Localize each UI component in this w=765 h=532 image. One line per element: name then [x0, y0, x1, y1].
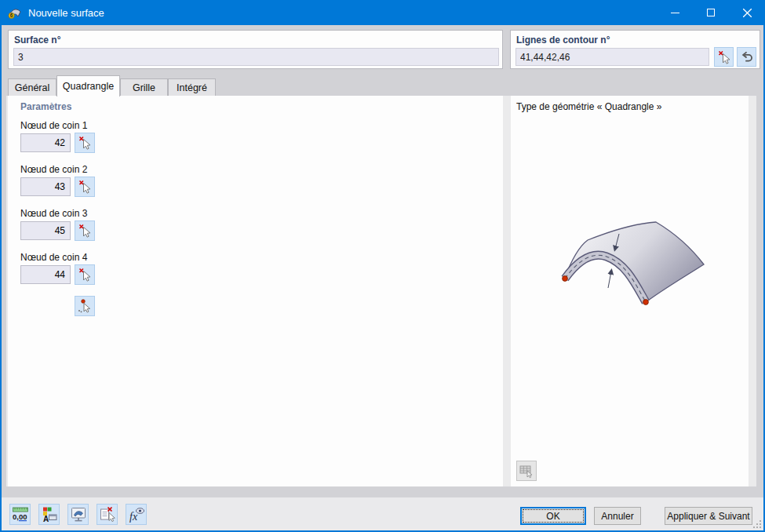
geometry-type-title: Type de géométrie « Quadrangle » — [516, 101, 661, 112]
pick-cursor-icon — [78, 268, 92, 282]
pick-corner-node-3-button[interactable] — [75, 220, 95, 241]
tab-grille[interactable]: Grille — [120, 78, 168, 96]
svg-text:6: 6 — [10, 13, 13, 18]
svg-text:A: A — [43, 515, 49, 523]
pick-cursor-icon — [78, 224, 92, 238]
contour-lines-input[interactable] — [515, 48, 709, 66]
geometry-preview-panel: Type de géométrie « Quadrangle » — [511, 96, 749, 486]
corner-node-marker — [563, 276, 568, 282]
tab-quadrangle[interactable]: Quadrangle — [56, 75, 120, 97]
view-options-button[interactable] — [67, 504, 89, 525]
quadrangle-surface-illustration — [552, 210, 709, 312]
function-icon: fx — [128, 506, 145, 523]
maximize-icon — [707, 9, 715, 16]
minimize-button[interactable] — [657, 0, 693, 25]
footer-bar: 0,00 A — [2, 497, 763, 530]
tab-grille-label: Grille — [133, 82, 155, 93]
pick-cursor-icon — [717, 50, 731, 64]
footer-toolbar: 0,00 A — [9, 504, 147, 525]
apply-next-button[interactable]: Appliquer & Suivant — [665, 507, 752, 525]
tab-general[interactable]: Général — [8, 78, 56, 96]
close-icon — [743, 9, 752, 17]
pick-all-corner-nodes-button[interactable] — [75, 296, 95, 316]
display-properties-icon: A — [41, 506, 58, 523]
titlebar[interactable]: 6 Nouvelle surface — [0, 0, 765, 25]
surfaces-grid-icon — [519, 463, 534, 479]
pick-nodes-cursor-icon — [78, 299, 92, 313]
pick-corner-node-2-button[interactable] — [75, 177, 95, 197]
parameters-panel: Paramètres Nœud de coin 1 Nœud de coin 2… — [8, 96, 503, 486]
resize-grip[interactable] — [752, 519, 762, 529]
pick-corner-node-1-button[interactable] — [75, 133, 95, 153]
display-properties-button[interactable]: A — [38, 504, 60, 525]
delete-via-pick-button[interactable] — [97, 504, 118, 525]
pick-corner-node-4-button[interactable] — [75, 264, 95, 285]
tab-integre-label: Intégré — [177, 82, 207, 93]
minimize-icon — [671, 13, 679, 13]
surface-number-label: Surface n° — [14, 35, 60, 46]
function-comment-button[interactable]: fx — [126, 504, 147, 525]
tab-integre[interactable]: Intégré — [168, 78, 216, 96]
monitor-view-icon — [70, 506, 87, 523]
corner-node-4-label: Nœud de coin 4 — [20, 252, 87, 263]
units-decimal-icon: 0,00 — [12, 506, 29, 523]
corner-node-1-input[interactable] — [20, 133, 71, 152]
delete-document-pick-icon — [99, 506, 116, 523]
edit-surfaces-button — [516, 461, 537, 481]
tab-general-label: Général — [15, 82, 49, 93]
contour-lines-label: Lignes de contour n° — [516, 35, 610, 46]
svg-text:0,00: 0,00 — [13, 512, 27, 521]
parameters-title: Paramètres — [20, 101, 71, 112]
tab-content-pane: Paramètres Nœud de coin 1 Nœud de coin 2… — [6, 96, 756, 486]
pick-lines-button[interactable] — [714, 47, 734, 67]
corner-node-3-label: Nœud de coin 3 — [20, 208, 87, 219]
new-surface-dialog: 6 Nouvelle surface Surface n° Lignes de … — [0, 0, 765, 532]
undo-selection-button[interactable] — [737, 47, 756, 67]
surface-number-input[interactable] — [13, 48, 499, 66]
surface-number-group: Surface n° — [8, 30, 503, 69]
corner-node-marker — [643, 300, 649, 305]
pick-cursor-icon — [78, 136, 92, 150]
maximize-button[interactable] — [693, 0, 729, 25]
undo-arrow-icon — [741, 51, 753, 64]
corner-node-1-label: Nœud de coin 1 — [20, 120, 87, 131]
surface-app-icon: 6 — [8, 5, 22, 20]
corner-node-2-label: Nœud de coin 2 — [20, 164, 87, 175]
close-button[interactable] — [729, 0, 765, 25]
corner-node-3-input[interactable] — [20, 221, 71, 240]
units-settings-button[interactable]: 0,00 — [9, 504, 31, 525]
ok-button[interactable]: OK — [520, 507, 586, 525]
window-title: Nouvelle surface — [28, 7, 104, 19]
contour-lines-group: Lignes de contour n° — [510, 30, 760, 69]
tab-quadrangle-label: Quadrangle — [63, 81, 114, 92]
pick-cursor-icon — [78, 180, 92, 194]
corner-node-4-input[interactable] — [20, 265, 71, 284]
corner-node-2-input[interactable] — [20, 177, 71, 196]
cancel-button[interactable]: Annuler — [594, 507, 641, 525]
